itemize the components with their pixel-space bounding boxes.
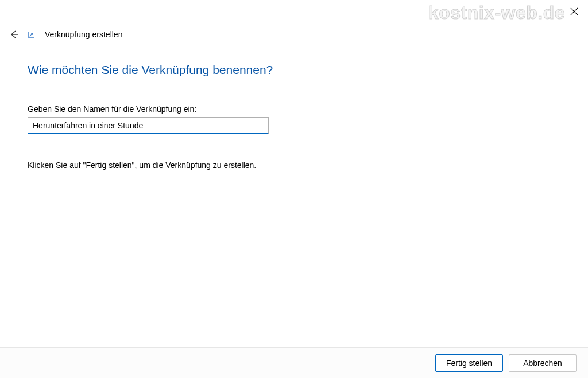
finish-button[interactable]: Fertig stellen [435, 354, 503, 372]
wizard-instruction: Klicken Sie auf "Fertig stellen", um die… [28, 161, 560, 170]
back-arrow-icon [9, 30, 18, 39]
wizard-question: Wie möchten Sie die Verknüpfung benennen… [28, 63, 560, 77]
back-button[interactable] [8, 29, 20, 40]
wizard-content: Wie möchten Sie die Verknüpfung benennen… [28, 63, 560, 170]
wizard-footer: Fertig stellen Abbrechen [0, 347, 588, 378]
cancel-button[interactable]: Abbrechen [509, 354, 577, 372]
close-button[interactable] [566, 3, 582, 20]
shortcut-icon [28, 31, 34, 38]
name-field-label: Geben Sie den Namen für die Verknüpfung … [28, 104, 560, 114]
watermark-text: kostnix-web.de [428, 2, 565, 24]
wizard-title: Verknüpfung erstellen [45, 30, 122, 39]
wizard-header: Verknüpfung erstellen [8, 29, 122, 40]
shortcut-name-input[interactable] [28, 117, 269, 134]
close-icon [570, 7, 578, 15]
